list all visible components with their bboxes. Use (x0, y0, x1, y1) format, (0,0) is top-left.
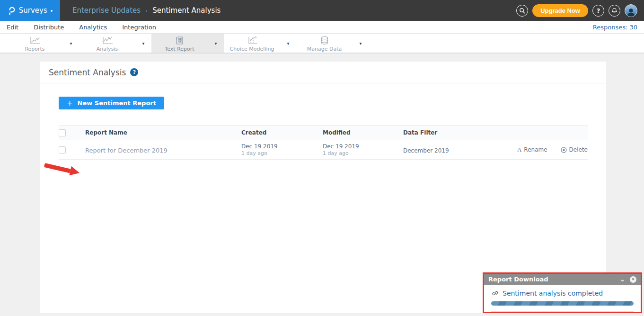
toolbar-item-analysis[interactable]: Analysis ▾ (79, 34, 151, 53)
help-icon: ? (597, 7, 600, 14)
nav-tab-integration[interactable]: Integration (122, 24, 156, 31)
rename-button[interactable]: A Rename (517, 146, 547, 153)
database-icon (318, 36, 331, 45)
delete-button[interactable]: Delete (561, 146, 588, 153)
rename-icon: A (517, 146, 521, 153)
search-button[interactable] (516, 5, 528, 17)
questionpro-logo (8, 5, 16, 16)
toolbar-item-manage-data[interactable]: Manage Data ▾ (296, 34, 369, 53)
toolbar-item-label: Choice Modelling (230, 46, 274, 52)
modified-date: Dec 19 2019 (323, 143, 403, 150)
topbar: Surveys ▾ Enterprise Updates › Sentiment… (0, 0, 644, 21)
table-header-row: Report Name Created Modified Data Filter (59, 125, 588, 140)
analysis-chart-icon (101, 36, 114, 45)
link-icon (491, 289, 499, 297)
chevron-down-icon[interactable]: ▾ (63, 34, 79, 53)
responses-count: Responses: 30 (593, 24, 637, 31)
download-panel-divider (491, 311, 634, 313)
breadcrumb-separator: › (145, 7, 148, 14)
chevron-down-icon[interactable]: ▾ (280, 34, 296, 53)
delete-circle-x-icon (561, 147, 567, 153)
nav-tab-analytics[interactable]: Analytics (79, 24, 107, 31)
row-checkbox[interactable] (59, 146, 66, 153)
created-relative: 1 day ago (241, 150, 323, 157)
help-icon[interactable]: ? (130, 68, 138, 76)
toolbar-item-label: Text Report (165, 46, 194, 52)
toolbar-item-label: Analysis (97, 46, 118, 52)
annotation-arrow-shaft (44, 163, 71, 173)
collapse-chevron-icon[interactable]: ⌄ (620, 276, 625, 282)
download-progress-bar (491, 301, 634, 306)
analytics-toolbar: Reports ▾ Analysis ▾ Text Re (0, 34, 644, 54)
avatar-person-icon (626, 8, 636, 17)
search-icon (519, 8, 525, 14)
column-header-created: Created (241, 129, 323, 136)
select-all-checkbox[interactable] (59, 129, 66, 136)
avatar[interactable] (625, 4, 637, 17)
bell-icon (611, 8, 618, 14)
notifications-button[interactable] (609, 5, 620, 17)
column-header-data-filter: Data Filter (403, 129, 588, 136)
product-label: Surveys (19, 6, 47, 15)
close-icon[interactable]: ✕ (630, 276, 636, 283)
created-date: Dec 19 2019 (241, 143, 323, 150)
column-header-modified: Modified (323, 129, 403, 136)
row-actions: A Rename Delete (517, 146, 588, 153)
rename-label: Rename (524, 146, 547, 153)
download-report-link[interactable]: Sentiment analysis completed (503, 289, 603, 297)
chevron-down-icon: ▾ (51, 9, 53, 13)
survey-nav: Edit Distribute Analytics Integration Re… (0, 21, 644, 34)
product-switcher[interactable]: Surveys ▾ (0, 0, 60, 21)
help-button[interactable]: ? (592, 5, 604, 17)
annotation-arrow-head (69, 166, 80, 178)
text-report-icon (174, 36, 186, 45)
chevron-down-icon[interactable]: ▾ (208, 34, 224, 53)
breadcrumb-parent[interactable]: Enterprise Updates (72, 6, 141, 15)
toolbar-item-label: Reports (25, 46, 44, 52)
toolbar-item-text-report[interactable]: Text Report ▾ (151, 34, 224, 53)
download-panel-title: Report Download (488, 276, 615, 283)
chevron-down-icon[interactable]: ▾ (135, 34, 151, 53)
annotation-arrow (44, 160, 81, 178)
download-panel-header: Report Download ⌄ ✕ (484, 274, 641, 285)
report-download-panel: Report Download ⌄ ✕ Sentiment analysis c… (483, 272, 642, 313)
new-sentiment-report-button[interactable]: + New Sentiment Report (59, 97, 164, 109)
card-header: Sentiment Analysis ? (40, 62, 606, 83)
download-panel-body: Sentiment analysis completed (484, 285, 641, 313)
table-row: Report for December 2019 Dec 19 2019 1 d… (59, 140, 588, 160)
breadcrumb: Enterprise Updates › Sentiment Analysis (72, 6, 221, 15)
toolbar-item-choice-modelling[interactable]: Choice Modelling ▾ (224, 34, 296, 53)
toolbar-item-reports[interactable]: Reports ▾ (7, 34, 79, 53)
toolbar-item-label: Manage Data (307, 46, 342, 52)
reports-line-chart-icon (29, 36, 41, 45)
choice-modelling-icon (246, 36, 258, 45)
topbar-actions: Upgrade Now ? (516, 4, 644, 17)
new-report-label: New Sentiment Report (78, 99, 156, 107)
chevron-down-icon[interactable]: ▾ (353, 34, 369, 53)
column-header-report-name: Report Name (85, 129, 241, 136)
report-name-link[interactable]: Report for December 2019 (85, 147, 168, 154)
delete-label: Delete (569, 146, 588, 153)
reports-table: Report Name Created Modified Data Filter… (59, 125, 588, 160)
nav-tab-distribute[interactable]: Distribute (34, 24, 64, 31)
page-title: Sentiment Analysis (49, 68, 126, 77)
card-body: + New Sentiment Report Report Name Creat… (40, 83, 606, 160)
modified-relative: 1 day ago (323, 150, 403, 157)
upgrade-now-button[interactable]: Upgrade Now (532, 4, 588, 17)
breadcrumb-current: Sentiment Analysis (152, 6, 221, 15)
plus-icon: + (67, 99, 73, 108)
nav-tab-edit[interactable]: Edit (7, 24, 18, 31)
data-filter-value: December 2019 (403, 147, 449, 154)
